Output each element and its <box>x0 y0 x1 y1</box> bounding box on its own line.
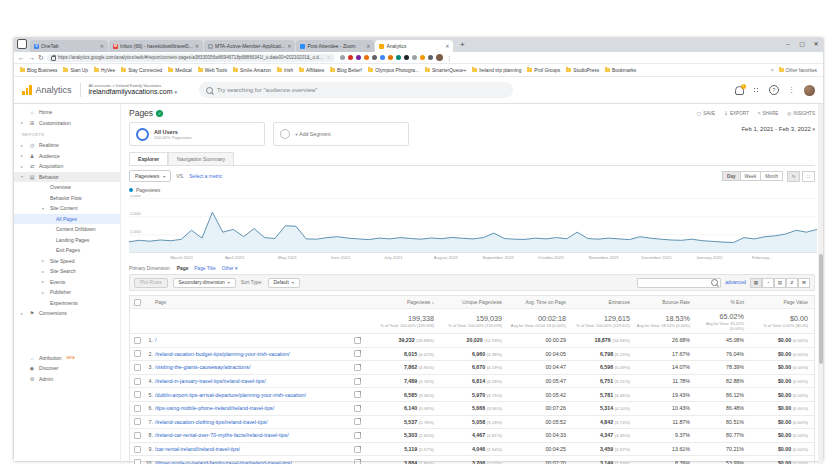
tab-search-icon[interactable] <box>17 39 27 49</box>
open-in-new-icon[interactable] <box>354 418 361 425</box>
line-chart-icon[interactable]: ∿ <box>787 171 800 182</box>
insights-button[interactable]: ◎ INSIGHTS <box>787 111 815 116</box>
extension-icon[interactable] <box>428 55 433 60</box>
granularity-week-button[interactable]: Week <box>741 171 762 181</box>
bookmark-item[interactable]: Smile.Amazon <box>233 68 271 73</box>
open-in-new-icon[interactable] <box>354 364 361 371</box>
row-checkbox[interactable] <box>134 432 141 439</box>
granularity-month-button[interactable]: Month <box>761 171 783 181</box>
bookmark-item[interactable]: Prof Groups <box>527 68 560 73</box>
row-checkbox[interactable] <box>134 405 141 412</box>
back-button[interactable]: ← <box>18 53 25 62</box>
more-options-icon[interactable]: ⋮ <box>788 86 795 94</box>
new-tab-button[interactable]: + <box>457 40 467 50</box>
extension-icon[interactable] <box>364 55 369 60</box>
sidebar-item-overview[interactable]: Overview <box>14 182 120 193</box>
sidebar-item-attribution[interactable]: ∴ Attribution BETA <box>14 353 120 364</box>
bookmark-item[interactable]: SmarterQueue+ <box>425 68 466 73</box>
tab-close-icon[interactable]: ✕ <box>366 43 370 49</box>
tab-close-icon[interactable]: ✕ <box>100 43 104 49</box>
extension-icon[interactable] <box>356 55 361 60</box>
tab-explorer[interactable]: Explorer <box>129 152 168 165</box>
sidebar-item-behavior-flow[interactable]: Behavior Flow <box>14 193 120 204</box>
extension-icon[interactable] <box>412 55 417 60</box>
extension-icon[interactable] <box>372 55 377 60</box>
sidebar-item-conversions[interactable]: ▸ ⚑ Conversions <box>14 308 120 319</box>
timeseries-chart[interactable]: 1,0002,0003,000 March 2021April 2021May … <box>129 195 815 262</box>
select-metric-link[interactable]: Select a metric <box>189 173 222 179</box>
metric-select[interactable]: Pageviews▾ <box>129 170 171 182</box>
browser-tab[interactable]: Post Attendee - Zoom ✕ <box>296 40 374 52</box>
page-url-link[interactable]: /driver-guide-in-ireland-family-travel-t… <box>155 460 354 464</box>
primary-dimension-other[interactable]: Other ▾ <box>222 266 238 271</box>
sidebar-item-events[interactable]: ▸ Events <box>14 277 120 288</box>
row-checkbox[interactable] <box>134 350 141 357</box>
reload-button[interactable]: ↻ <box>38 53 44 62</box>
sidebar-item-experiments[interactable]: Experiments <box>14 298 120 309</box>
sidebar-item-all-pages[interactable]: All Pages <box>14 214 120 225</box>
column-header-unique-pageviews[interactable]: Unique Pageviews <box>440 300 508 305</box>
sidebar-item-realtime[interactable]: ▸ ◷ Realtime <box>14 140 120 151</box>
granularity-day-button[interactable]: Day <box>722 171 740 181</box>
sidebar-item-publisher[interactable]: ▸ Publisher <box>14 287 120 298</box>
open-in-new-icon[interactable] <box>354 337 361 344</box>
bookmark-star-icon[interactable]: ☆ <box>327 55 331 60</box>
browser-profile-avatar[interactable] <box>436 54 443 61</box>
property-name[interactable]: irelandfamilyvacations.com ▾ <box>89 88 178 97</box>
sidebar-item-audience[interactable]: ▸ ♟ Audience <box>14 151 120 162</box>
bookmark-item[interactable]: Web Tools <box>198 68 227 73</box>
row-checkbox[interactable] <box>134 364 141 371</box>
bookmark-item[interactable]: Stay Connected <box>121 68 162 73</box>
page-url-link[interactable]: /car-rental-ireland/ireland-travel-tips/ <box>155 446 354 452</box>
column-header-exit[interactable]: % Exit <box>696 300 750 305</box>
bookmark-item[interactable]: Medical <box>168 68 192 73</box>
forward-button[interactable]: → <box>28 53 35 62</box>
open-in-new-icon[interactable] <box>354 432 361 439</box>
page-url-link[interactable]: /dublin-airport-tips-arrival-departure/p… <box>155 392 354 398</box>
address-bar[interactable]: https://analytics.google.com/analytics/w… <box>47 54 335 62</box>
sidebar-item-site-search[interactable]: ▸ Site Search <box>14 266 120 277</box>
extension-icon[interactable] <box>380 55 385 60</box>
bookmark-item[interactable]: Blog Business <box>20 68 57 73</box>
column-header-page[interactable]: Page <box>155 300 354 305</box>
sidebar-item-acquisition[interactable]: ▸ ⇄ Acquisition <box>14 161 120 172</box>
notifications-bell-icon[interactable]: 1 <box>735 86 744 95</box>
tab-close-icon[interactable]: ✕ <box>445 43 449 49</box>
url-text[interactable]: https://analytics.google.com/analytics/w… <box>58 55 325 60</box>
tab-close-icon[interactable]: ✕ <box>195 43 199 49</box>
bookmark-item[interactable]: Bookmarks <box>605 68 636 73</box>
comparison-view-icon[interactable]: ⇵ <box>786 278 798 288</box>
analytics-logo[interactable]: Analytics <box>22 85 72 95</box>
sidebar-item-exit-pages[interactable]: Exit Pages <box>14 245 120 256</box>
maximize-button[interactable]: ▢ <box>795 38 809 50</box>
minimize-button[interactable]: – <box>781 38 795 50</box>
open-in-new-icon[interactable] <box>354 405 361 412</box>
ga-search-input[interactable]: Try searching for "audience overview" <box>199 82 513 98</box>
sort-type-select[interactable]: Default▾ <box>268 278 300 288</box>
extension-icon[interactable] <box>348 55 353 60</box>
extension-icon[interactable] <box>388 55 393 60</box>
column-header-avg-time[interactable]: Avg. Time on Page <box>508 300 572 305</box>
export-button[interactable]: ↧ EXPORT <box>724 111 749 116</box>
extension-icon[interactable] <box>404 55 409 60</box>
plot-rows-button[interactable]: Plot Rows <box>134 278 168 288</box>
row-checkbox[interactable] <box>134 446 141 453</box>
open-in-new-icon[interactable] <box>354 378 361 385</box>
close-button[interactable]: ✕ <box>809 38 823 50</box>
browser-tab[interactable]: Analytics ✕ <box>375 40 453 52</box>
bookmark-item[interactable]: StudioPress <box>566 68 599 73</box>
share-button[interactable]: < SHARE <box>758 111 779 116</box>
vertical-scrollbar[interactable] <box>818 104 823 464</box>
row-checkbox[interactable] <box>134 459 141 464</box>
select-all-checkbox[interactable] <box>134 299 141 306</box>
sidebar-item-admin[interactable]: ⚙ Admin <box>14 374 120 385</box>
page-url-link[interactable]: /ireland-car-rental-over-70-myths-facts/… <box>155 432 354 438</box>
apps-grid-icon[interactable] <box>753 87 760 94</box>
extension-icon[interactable] <box>340 55 345 60</box>
column-header-bounce-rate[interactable]: Bounce Rate <box>636 300 696 305</box>
secondary-dimension-button[interactable]: Secondary dimension▾ <box>173 278 236 288</box>
performance-view-icon[interactable]: ▤ <box>774 278 786 288</box>
row-checkbox[interactable] <box>134 391 141 398</box>
save-button[interactable]: ▢ SAVE <box>697 111 715 116</box>
row-checkbox[interactable] <box>134 378 141 385</box>
